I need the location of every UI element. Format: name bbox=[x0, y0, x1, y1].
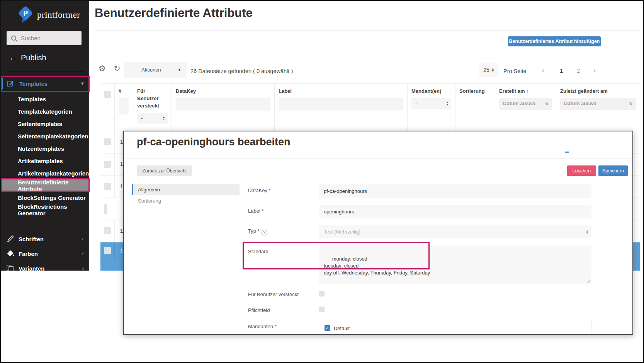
header-checkbox-cell bbox=[100, 84, 114, 131]
paint-bucket-icon bbox=[6, 249, 15, 258]
label-field[interactable]: openinghours bbox=[319, 205, 591, 218]
hidden-label: Für Benutzer versteckt bbox=[248, 291, 299, 297]
row-checkbox[interactable] bbox=[104, 247, 111, 254]
clear-icon[interactable]: × bbox=[629, 99, 632, 108]
header-erstellt-am[interactable]: Erstellt am ↑ Datum auswä × bbox=[495, 84, 556, 131]
header-id: # bbox=[114, 84, 133, 131]
header-label: Label bbox=[274, 84, 407, 131]
sidebar-item-seitentemplates[interactable]: Seitentemplates bbox=[1, 118, 89, 130]
edit-attribute-modal: pf-ca-openinghours bearbeiten Zurück zur… bbox=[123, 131, 633, 335]
header-datakey: DataKey bbox=[172, 84, 274, 131]
mandant-default-checkbox[interactable]: ✓ bbox=[325, 325, 330, 331]
printformer-logo-icon: P bbox=[18, 6, 33, 24]
group-label: Templates bbox=[19, 80, 48, 87]
mandant-default-label: Default bbox=[334, 326, 350, 331]
tab-allgemein[interactable]: Allgemein bbox=[132, 184, 240, 195]
created-date-filter[interactable]: Datum auswä × bbox=[499, 98, 552, 110]
templates-edit-icon bbox=[6, 79, 15, 88]
tab-sortierung[interactable]: Sortierung bbox=[132, 195, 240, 206]
sidebar-item-schriften[interactable]: Schriften ‹ bbox=[1, 232, 89, 246]
required-label: Pflichtfeld bbox=[248, 307, 270, 313]
header-zuletzt-geaendert[interactable]: Zuletzt geändert am Datum auswä × bbox=[556, 84, 640, 131]
page-next-icon[interactable]: › bbox=[593, 66, 596, 75]
row-checkbox[interactable] bbox=[104, 227, 111, 234]
chevron-left-icon: ‹ bbox=[82, 250, 84, 257]
sidebar-item-varianten[interactable]: Varianten ‹ bbox=[1, 261, 89, 271]
typ-label: Typ *? bbox=[248, 228, 267, 235]
mandant-filter-select[interactable]: - ▴▾ bbox=[411, 98, 451, 109]
row-checkbox[interactable] bbox=[104, 161, 111, 168]
label-filter-input[interactable] bbox=[279, 98, 403, 111]
updown-icon: ▴▾ bbox=[492, 68, 494, 72]
search-input[interactable]: Suchen bbox=[7, 31, 82, 45]
header-hidden: Für Benutzer versteckt - ▴▾ bbox=[133, 84, 172, 131]
datakey-field[interactable]: pf-ca-openinghours bbox=[319, 184, 591, 198]
sidebar-item-artikeltemplatekategorien[interactable]: Artikeltemplatekategorien bbox=[1, 167, 89, 179]
clear-icon[interactable]: × bbox=[545, 99, 549, 108]
sidebar-divider bbox=[7, 72, 84, 72]
variants-icon bbox=[6, 264, 15, 271]
sidebar-item-artikeltemplates[interactable]: Artikeltemplates bbox=[1, 155, 89, 167]
sidebar-submenu: Templates Templatekategorien Seitentempl… bbox=[1, 93, 89, 216]
hidden-filter-select[interactable]: - ▴▾ bbox=[137, 113, 168, 124]
delete-button[interactable]: Löschen bbox=[567, 165, 596, 176]
page-size-value: 25 bbox=[483, 67, 489, 73]
chevron-down-icon: ▾ bbox=[81, 80, 84, 87]
per-page-label: Pro Seite bbox=[503, 68, 527, 74]
row-checkbox[interactable] bbox=[104, 138, 111, 145]
modal-tab-list: Allgemein Sortierung bbox=[132, 184, 240, 206]
search-placeholder: Suchen bbox=[21, 35, 41, 41]
page-size-select[interactable]: 25 ▴▾ bbox=[479, 63, 498, 77]
sidebar-item-blocksettings-generator[interactable]: BlockSettings Generator bbox=[1, 191, 89, 204]
required-checkbox[interactable] bbox=[319, 307, 325, 312]
search-icon bbox=[11, 36, 16, 41]
add-attribute-button[interactable]: Benutzerdefiniertes Attribut hinzufügen bbox=[508, 36, 601, 46]
blue-dash-icon bbox=[565, 152, 569, 153]
sidebar-item-nutzentemplates[interactable]: Nutzentemplates bbox=[1, 142, 89, 155]
actions-dropdown[interactable]: Aktionen ▼ bbox=[124, 62, 187, 78]
sidebar-group-templates[interactable]: Templates ▾ bbox=[1, 77, 89, 90]
hidden-checkbox[interactable] bbox=[319, 291, 325, 297]
save-button[interactable]: Speichern bbox=[598, 165, 628, 176]
back-to-publish-link[interactable]: ← Publish bbox=[9, 53, 46, 62]
sidebar-item-templatekategorien[interactable]: Templatekategorien bbox=[1, 105, 89, 118]
table-header: # Für Benutzer versteckt - ▴▾ DataKey La… bbox=[100, 84, 640, 131]
row-checkbox[interactable] bbox=[104, 204, 107, 214]
typ-value: Text (Mehrzeilig) bbox=[324, 229, 360, 235]
modified-date-filter[interactable]: Datum auswä × bbox=[560, 98, 636, 110]
gear-icon[interactable]: ⚙ bbox=[99, 64, 106, 73]
varianten-label: Varianten bbox=[19, 265, 45, 271]
page-prev-icon[interactable]: ‹ bbox=[542, 66, 544, 75]
header-mandant: Mandant(en) - ▴▾ bbox=[407, 84, 455, 131]
svg-text:P: P bbox=[23, 9, 28, 18]
row-checkbox[interactable] bbox=[104, 183, 111, 190]
datakey-label: DataKey * bbox=[248, 187, 271, 193]
select-all-checkbox[interactable] bbox=[104, 91, 111, 98]
standard-textarea[interactable]: monday: closed tuesday: closed day off: … bbox=[319, 245, 591, 284]
actions-label: Aktionen bbox=[141, 67, 161, 73]
header-sortierung[interactable]: Sortierung bbox=[455, 84, 495, 131]
active-group-indicator bbox=[2, 78, 3, 89]
logo-text: printformer bbox=[37, 10, 80, 20]
id-filter-input[interactable] bbox=[119, 98, 129, 114]
farben-label: Farben bbox=[19, 251, 38, 257]
sidebar-item-farben[interactable]: Farben ‹ bbox=[1, 247, 89, 261]
back-to-overview-button[interactable]: Zurück zur Übersicht bbox=[137, 165, 192, 176]
typ-select[interactable]: Text (Mehrzeilig) ▴▾ bbox=[319, 225, 591, 238]
sidebar-item-blockrestrictions-generator[interactable]: BlockRestrictions Generator bbox=[1, 204, 89, 216]
results-count: 26 Datensätze gefunden ( 0 ausgewählt ) bbox=[190, 68, 293, 74]
refresh-icon[interactable]: ↻ bbox=[114, 64, 121, 73]
page-number-1[interactable]: 1 bbox=[560, 67, 563, 74]
sidebar-item-seitentemplatekategorien[interactable]: Seitentemplatekategorien bbox=[1, 130, 89, 142]
caret-down-icon: ▼ bbox=[178, 68, 181, 72]
help-icon[interactable]: ? bbox=[262, 230, 267, 235]
logo[interactable]: P printformer bbox=[18, 6, 80, 24]
updown-icon: ▴▾ bbox=[163, 116, 165, 121]
sidebar-item-benutzerdefinierte-attribute[interactable]: Benutzerdefinierte Attribute bbox=[1, 179, 89, 191]
standard-value: monday: closed tuesday: closed day off: … bbox=[324, 256, 430, 276]
page-number-2[interactable]: 2 bbox=[577, 67, 580, 74]
label-label: Label * bbox=[248, 208, 263, 214]
datakey-filter-input[interactable] bbox=[176, 98, 270, 111]
resize-handle-icon[interactable] bbox=[586, 279, 591, 283]
sidebar-item-templates[interactable]: Templates bbox=[1, 93, 89, 105]
